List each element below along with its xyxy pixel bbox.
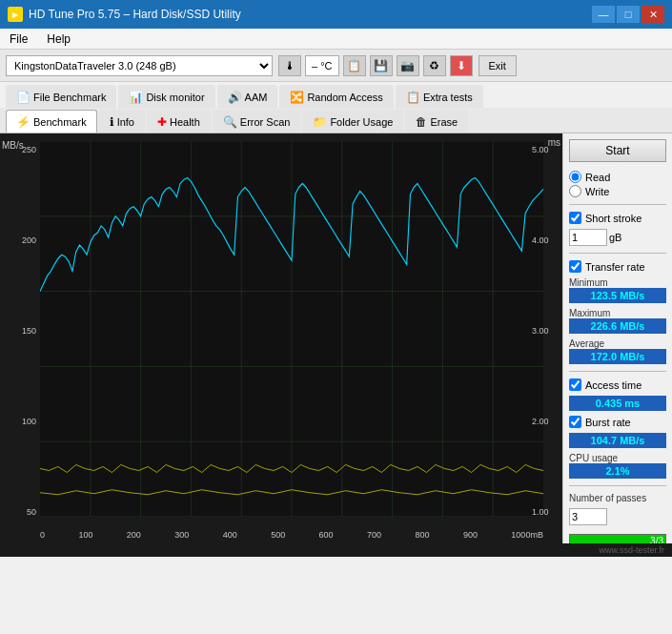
short-stroke-checkbox[interactable] (569, 212, 581, 224)
health-icon: ✚ (157, 115, 167, 129)
exit-button[interactable]: Exit (479, 55, 517, 76)
transfer-rate-checkbox[interactable] (569, 260, 581, 273)
tab-folder-usage[interactable]: 📁 Folder Usage (302, 110, 403, 133)
read-write-group: Read Write (569, 171, 666, 197)
extra-tests-icon: 📋 (406, 91, 420, 104)
info-icon[interactable]: 📋 (343, 55, 366, 76)
divider2 (569, 253, 666, 254)
temperature-display: – °C (305, 55, 339, 76)
app-icon: ▶ (8, 7, 23, 22)
tab-erase[interactable]: 🗑 Erase (405, 110, 468, 133)
tab-error-scan[interactable]: 🔍 Error Scan (213, 110, 301, 133)
error-scan-icon: 🔍 (223, 115, 237, 129)
progress-text: 3/3 (650, 535, 663, 543)
y-axis-right: 5.00 4.00 3.00 2.00 1.00 (532, 145, 560, 517)
passes-label: Number of passes (569, 493, 666, 503)
start-button[interactable]: Start (569, 139, 666, 162)
camera-icon[interactable]: 📷 (397, 55, 419, 76)
random-access-icon: 🔀 (290, 91, 304, 104)
y-axis-left: 250 200 150 100 50 (2, 145, 36, 517)
erase-icon: 🗑 (416, 115, 427, 129)
tab-file-benchmark[interactable]: 📄 File Benchmark (6, 85, 116, 108)
burst-rate-checkbox-label[interactable]: Burst rate (569, 416, 666, 428)
disk-icon[interactable]: 💾 (370, 55, 393, 76)
tab-random-access[interactable]: 🔀 Random Access (279, 85, 393, 108)
disk-monitor-icon: 📊 (129, 91, 143, 104)
divider4 (569, 485, 666, 486)
app-title: HD Tune Pro 5.75 – Hard Disk/SSD Utility (29, 8, 241, 21)
passes-spin-row (569, 508, 666, 525)
x-axis: 0 100 200 300 400 500 600 700 800 900 10… (40, 530, 543, 540)
maximize-button[interactable]: □ (617, 6, 640, 23)
y-axis-right-label: ms (548, 137, 560, 148)
progress-bar-container: 3/3 (569, 534, 666, 543)
benchmark-icon: ⚡ (16, 115, 31, 129)
minimum-value: 123.5 MB/s (569, 288, 666, 303)
tab-info[interactable]: ℹ Info (99, 110, 145, 133)
read-radio-label[interactable]: Read (569, 171, 666, 183)
aam-icon: 🔊 (228, 91, 242, 104)
tabs-container: 📄 File Benchmark 📊 Disk monitor 🔊 AAM 🔀 … (0, 82, 672, 133)
info-tab-icon: ℹ (110, 115, 114, 129)
tab-aam[interactable]: 🔊 AAM (217, 85, 278, 108)
main-area: MB/s 250 200 150 100 50 5.00 4.00 3.00 2… (0, 133, 672, 543)
transfer-rate-checkbox-label[interactable]: Transfer rate (569, 260, 666, 273)
short-stroke-spin-row: gB (569, 229, 666, 246)
cpu-usage-value: 2.1% (569, 463, 666, 479)
divider1 (569, 204, 666, 205)
minimize-button[interactable]: — (592, 6, 615, 23)
toolbar-icons: 🌡 – °C 📋 💾 📷 ♻ ⬇ (278, 55, 473, 76)
tab-extra-tests[interactable]: 📋 Extra tests (396, 85, 483, 108)
short-stroke-checkbox-label[interactable]: Short stroke (569, 212, 666, 224)
maximum-value: 226.6 MB/s (569, 318, 666, 334)
tab-disk-monitor[interactable]: 📊 Disk monitor (118, 85, 214, 108)
file-benchmark-icon: 📄 (16, 91, 31, 104)
recycle-icon[interactable]: ♻ (423, 55, 446, 76)
title-bar: ▶ HD Tune Pro 5.75 – Hard Disk/SSD Utili… (0, 0, 672, 29)
tabs-row1: 📄 File Benchmark 📊 Disk monitor 🔊 AAM 🔀 … (0, 82, 672, 108)
short-stroke-input[interactable] (569, 229, 607, 246)
cpu-usage-section: CPU usage 2.1% (569, 453, 666, 479)
divider3 (569, 371, 666, 372)
folder-usage-icon: 📁 (313, 115, 327, 129)
passes-input[interactable] (569, 508, 607, 525)
access-time-checkbox-label[interactable]: Access time (569, 378, 666, 391)
maximum-section: Maximum 226.6 MB/s (569, 308, 666, 334)
right-panel: Start Read Write Short stroke gB Transfe… (562, 133, 672, 543)
menu-file[interactable]: File (6, 31, 31, 47)
thermometer-icon[interactable]: 🌡 (278, 55, 301, 76)
write-radio-label[interactable]: Write (569, 185, 666, 197)
chart-area: MB/s 250 200 150 100 50 5.00 4.00 3.00 2… (0, 133, 562, 543)
burst-rate-checkbox[interactable] (569, 416, 581, 428)
tabs-row2: ⚡ Benchmark ℹ Info ✚ Health 🔍 Error Scan… (0, 108, 672, 133)
menu-help[interactable]: Help (43, 31, 74, 47)
write-radio[interactable] (569, 185, 581, 197)
read-radio[interactable] (569, 171, 581, 183)
device-select[interactable]: KingstonDataTraveler 3.0 (248 gB) (6, 55, 273, 76)
watermark: www.ssd-tester.fr (0, 543, 672, 557)
access-time-checkbox[interactable] (569, 378, 581, 391)
average-value: 172.0 MB/s (569, 349, 666, 364)
tab-benchmark[interactable]: ⚡ Benchmark (6, 110, 97, 133)
toolbar: KingstonDataTraveler 3.0 (248 gB) 🌡 – °C… (0, 50, 672, 82)
average-section: Average 172.0 MB/s (569, 338, 666, 364)
minimum-section: Minimum 123.5 MB/s (569, 277, 666, 303)
menu-bar: File Help (0, 29, 672, 50)
download-icon[interactable]: ⬇ (450, 55, 473, 76)
tab-health[interactable]: ✚ Health (147, 110, 211, 133)
progress-section: 3/3 (569, 534, 666, 543)
burst-rate-value: 104.7 MB/s (569, 433, 666, 448)
window-controls: — □ ✕ (592, 6, 664, 23)
benchmark-chart (40, 141, 543, 517)
close-button[interactable]: ✕ (641, 6, 664, 23)
access-time-value: 0.435 ms (569, 396, 666, 411)
